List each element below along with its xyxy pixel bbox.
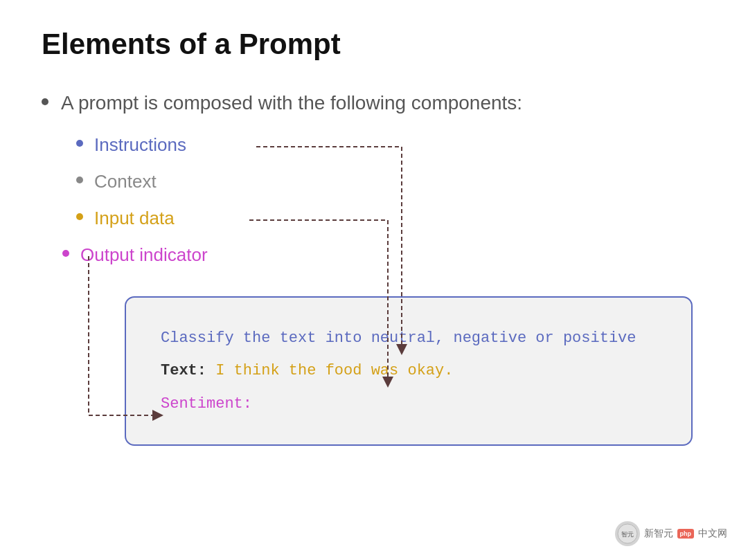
output-indicator-label: Output indicator (80, 242, 208, 269)
sub-item-input-data: Input data (76, 205, 706, 232)
watermark-domain: 中文网 (698, 527, 727, 540)
page-title: Elements of a Prompt (42, 28, 706, 61)
context-bullet (76, 177, 83, 183)
watermark-php: php (677, 529, 695, 539)
instructions-label: Instructions (94, 132, 186, 159)
code-label-text: Text: (161, 362, 206, 379)
instructions-bullet (76, 140, 83, 147)
diagram-wrapper: Instructions Context Input data Output i… (42, 132, 706, 446)
watermark-icon: 智元 (615, 521, 640, 546)
code-input-value: I think the food was okay. (206, 362, 453, 379)
sub-item-instructions: Instructions (76, 132, 706, 159)
sub-list: Instructions Context Input data Output i… (48, 132, 706, 269)
main-bullet-dot (42, 98, 48, 105)
input-data-bullet (76, 213, 83, 220)
code-output-label: Sentiment: (161, 395, 252, 413)
main-bullet-text: A prompt is composed with the following … (61, 89, 522, 118)
sub-item-context: Context (76, 168, 706, 195)
code-instruction-text: Classify the text into neutral, negative… (161, 329, 636, 347)
svg-text:智元: 智元 (621, 531, 634, 538)
code-line-text: Text: I think the food was okay. (161, 358, 664, 383)
code-box: Classify the text into neutral, negative… (125, 296, 693, 446)
watermark: 智元 新智元 php 中文网 (615, 521, 728, 546)
sub-item-output-indicator: Output indicator (62, 242, 706, 269)
code-line-instruction: Classify the text into neutral, negative… (161, 325, 664, 351)
context-label: Context (94, 168, 157, 195)
main-bullet: A prompt is composed with the following … (42, 89, 706, 118)
input-data-label: Input data (94, 205, 175, 232)
code-line-sentiment: Sentiment: (161, 391, 664, 417)
watermark-site: 新智元 (644, 527, 673, 540)
output-indicator-bullet (62, 250, 69, 257)
